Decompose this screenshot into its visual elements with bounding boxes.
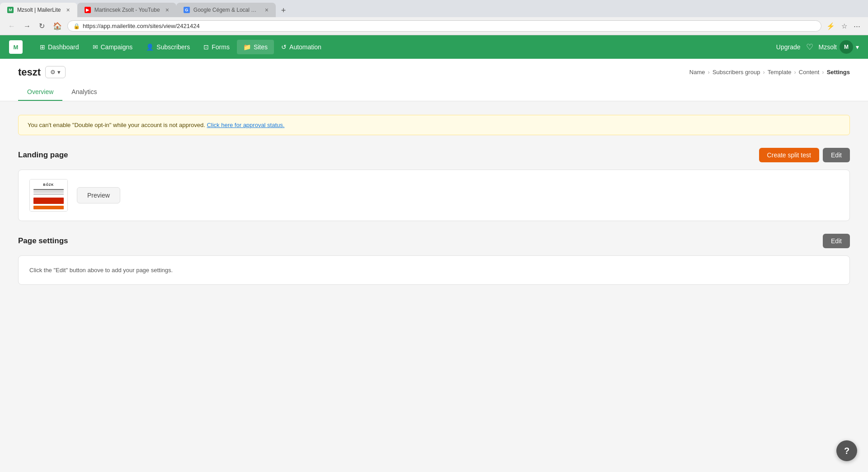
nav-logo: M: [9, 40, 23, 54]
landing-page-section-header: Landing page Create split test Edit: [18, 148, 850, 162]
tab-favicon-1: M: [7, 7, 14, 13]
breadcrumb-settings[interactable]: Settings: [827, 69, 850, 76]
page-title: teszt: [18, 66, 41, 78]
thumbnail-inner: BŐZK: [30, 179, 67, 211]
page-settings-edit-button[interactable]: Edit: [823, 234, 850, 248]
breadcrumb-sep-3: ›: [794, 69, 796, 76]
thumb-block-orange: [33, 206, 64, 209]
thumb-title: BŐZK: [30, 179, 67, 186]
tab-close-3[interactable]: ×: [265, 6, 269, 14]
browser-tab-3[interactable]: G Google Cégem & Local SEO b... ×: [176, 3, 276, 17]
breadcrumb-content[interactable]: Content: [799, 69, 820, 76]
extensions-button[interactable]: ⚡: [824, 20, 837, 32]
sites-icon: 📁: [243, 43, 251, 51]
nav-right: Upgrade ♡ Mzsolt M ▾: [776, 40, 859, 54]
thumb-block-red: [33, 198, 64, 204]
thumb-lines: [30, 186, 67, 198]
thumb-line-2: [33, 191, 64, 193]
help-button[interactable]: ?: [836, 440, 857, 461]
tab-overview[interactable]: Overview: [18, 84, 62, 101]
page-settings-section-header: Page settings Edit: [18, 234, 850, 248]
landing-page-section-title: Landing page: [18, 151, 68, 160]
nav-item-dashboard[interactable]: ⊞ Dashboard: [33, 40, 85, 54]
page-settings-card: Click the "Edit" button above to add you…: [18, 255, 850, 285]
upgrade-button[interactable]: Upgrade: [776, 43, 801, 51]
preview-button[interactable]: Preview: [77, 187, 120, 203]
address-bar: 🔒: [67, 20, 821, 32]
nav-item-forms[interactable]: ⊡ Forms: [197, 40, 236, 54]
dashboard-icon: ⊞: [40, 43, 45, 51]
breadcrumb-template[interactable]: Template: [768, 69, 792, 76]
alert-link[interactable]: Click here for approval status.: [207, 122, 284, 128]
nav-automation-label: Automation: [289, 43, 321, 51]
more-button[interactable]: ⋯: [851, 20, 863, 32]
tab-close-1[interactable]: ×: [66, 6, 70, 14]
breadcrumb-subscribers-group[interactable]: Subscribers group: [712, 69, 760, 76]
user-menu-button[interactable]: Mzsolt M ▾: [819, 40, 859, 54]
home-button[interactable]: 🏠: [50, 20, 65, 32]
tab-favicon-2: ▶: [85, 7, 91, 13]
username-label: Mzsolt: [819, 43, 837, 51]
landing-page-thumbnail: BŐZK: [29, 179, 68, 212]
back-button[interactable]: ←: [5, 20, 18, 32]
nav-sites-label: Sites: [254, 43, 268, 51]
forward-button[interactable]: →: [21, 20, 33, 32]
browser-tab-2[interactable]: ▶ Martincsek Zsolt - YouTube ×: [77, 3, 176, 17]
breadcrumb-sep-1: ›: [708, 69, 710, 76]
page-title-row: teszt ⚙ ▾ Name › Subscribers group › Tem…: [18, 66, 850, 78]
nav-item-campaigns[interactable]: ✉ Campaigns: [86, 40, 139, 54]
breadcrumb: Name › Subscribers group › Template › Co…: [689, 69, 850, 76]
gear-icon: ⚙: [50, 69, 56, 76]
page-settings-section: Page settings Edit Click the "Edit" butt…: [18, 234, 850, 285]
tab-title-1: Mzsolt | MailerLite: [17, 7, 61, 13]
nav-items: ⊞ Dashboard ✉ Campaigns 👤 Subscribers ⊡ …: [33, 40, 776, 54]
page-settings-section-title: Page settings: [18, 236, 68, 245]
browser-tabs: M Mzsolt | MailerLite × ▶ Martincsek Zso…: [0, 0, 868, 17]
refresh-button[interactable]: ↻: [36, 20, 47, 32]
avatar-initials: M: [844, 44, 849, 50]
question-mark-icon: ?: [844, 446, 849, 456]
forms-icon: ⊡: [203, 43, 209, 51]
browser-tab-active[interactable]: M Mzsolt | MailerLite ×: [0, 3, 77, 17]
campaigns-icon: ✉: [93, 43, 98, 51]
page-wrapper: teszt ⚙ ▾ Name › Subscribers group › Tem…: [0, 59, 868, 472]
page-tabs: Overview Analytics: [18, 84, 850, 101]
new-tab-button[interactable]: +: [277, 4, 291, 17]
landing-preview-row: BŐZK Preview: [29, 179, 839, 212]
page-settings-empty-text: Click the "Edit" button above to add you…: [29, 267, 839, 274]
bookmark-button[interactable]: ☆: [839, 20, 849, 32]
address-input[interactable]: [83, 23, 816, 29]
page-settings-actions: Edit: [823, 234, 850, 248]
nav-campaigns-label: Campaigns: [101, 43, 133, 51]
tab-close-2[interactable]: ×: [165, 6, 169, 14]
logo-icon: M: [9, 40, 23, 54]
nav-item-subscribers[interactable]: 👤 Subscribers: [140, 40, 196, 54]
user-dropdown-icon: ▾: [856, 43, 859, 51]
favorites-button[interactable]: ♡: [806, 42, 813, 52]
landing-page-card: BŐZK Preview: [18, 170, 850, 221]
nav-dashboard-label: Dashboard: [48, 43, 79, 51]
breadcrumb-sep-2: ›: [763, 69, 764, 76]
user-avatar: M: [840, 40, 853, 54]
browser-chrome: M Mzsolt | MailerLite × ▶ Martincsek Zso…: [0, 0, 868, 35]
tab-title-2: Martincsek Zsolt - YouTube: [94, 7, 160, 13]
landing-page-section: Landing page Create split test Edit BŐZK: [18, 148, 850, 221]
tab-title-3: Google Cégem & Local SEO b...: [193, 7, 259, 13]
toolbar-icons: ⚡ ☆ ⋯: [824, 20, 863, 32]
thumb-line-3: [33, 194, 64, 195]
settings-dropdown-button[interactable]: ⚙ ▾: [45, 66, 66, 78]
automation-icon: ↺: [281, 43, 287, 51]
nav-item-automation[interactable]: ↺ Automation: [275, 40, 328, 54]
tab-analytics[interactable]: Analytics: [62, 84, 106, 101]
landing-page-edit-button[interactable]: Edit: [823, 148, 850, 162]
nav-subscribers-label: Subscribers: [156, 43, 190, 51]
app-nav: M ⊞ Dashboard ✉ Campaigns 👤 Subscribers …: [0, 35, 868, 59]
thumb-line-1: [33, 189, 64, 190]
settings-dropdown-arrow: ▾: [57, 69, 61, 76]
lock-icon: 🔒: [73, 23, 80, 29]
breadcrumb-sep-4: ›: [822, 69, 824, 76]
nav-item-sites[interactable]: 📁 Sites: [237, 40, 274, 54]
create-split-test-button[interactable]: Create split test: [759, 148, 819, 162]
breadcrumb-name[interactable]: Name: [689, 69, 705, 76]
page-header: teszt ⚙ ▾ Name › Subscribers group › Tem…: [0, 59, 868, 101]
